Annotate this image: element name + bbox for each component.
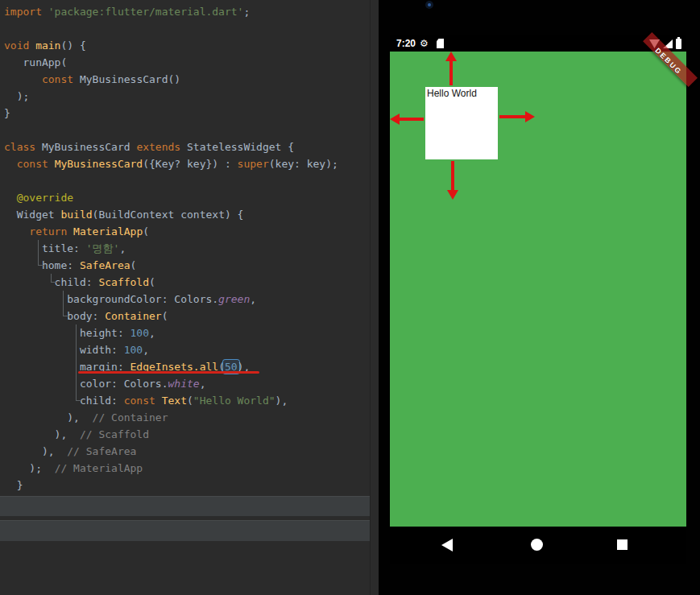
back-button[interactable]	[440, 533, 464, 557]
code-token: // SafeArea	[67, 445, 136, 457]
code-token: child:	[4, 395, 124, 407]
code-token: Widget	[4, 209, 60, 221]
code-line[interactable]: color: Colors.white,	[4, 375, 338, 392]
code-token: MyBusinessCard	[55, 158, 143, 170]
code-token: MyBusinessCard()	[73, 73, 180, 85]
code-line[interactable]: );	[4, 88, 338, 105]
home-button[interactable]	[525, 533, 549, 557]
code-line[interactable]: return MaterialApp(	[4, 223, 338, 240]
code-token: "Hello World"	[193, 395, 275, 407]
code-line[interactable]	[4, 122, 338, 138]
code-token: (	[187, 395, 193, 407]
flutter-ui-guide-materialapp	[38, 240, 43, 266]
code-token: ),	[4, 428, 80, 440]
code-line[interactable]: const MyBusinessCard({Key? key}) : super…	[4, 155, 338, 172]
emulator-pane: 7:20 ⚙ Hello World DEBUG	[379, 0, 700, 595]
code-token: const	[17, 158, 48, 170]
code-line[interactable]: title: '명함',	[4, 240, 338, 257]
code-token	[155, 395, 162, 407]
code-token: import	[4, 6, 48, 18]
code-token	[48, 158, 55, 170]
code-token: @override	[17, 192, 73, 204]
code-token: ,	[143, 344, 149, 356]
code-token: 100	[130, 327, 149, 339]
hello-world-text: Hello World	[425, 87, 498, 99]
code-token: ),	[4, 411, 93, 424]
code-token: width:	[4, 344, 124, 356]
code-token	[4, 192, 17, 204]
code-token: MyBusinessCard	[35, 141, 136, 153]
code-line[interactable]: ); // MaterialApp	[4, 460, 338, 477]
app-screen: Hello World	[390, 52, 686, 527]
code-token: ,	[149, 327, 155, 339]
code-line[interactable]: }	[4, 477, 338, 494]
code-line[interactable]: import 'package:flutter/material.dart';	[4, 3, 338, 20]
code-token: void	[4, 39, 35, 52]
code-token	[4, 73, 42, 85]
editor-pane: import 'package:flutter/material.dart'; …	[0, 0, 370, 595]
recents-button[interactable]	[611, 533, 635, 557]
code-token: ),	[4, 445, 67, 457]
code-token: body:	[4, 310, 105, 322]
code-token: (	[130, 259, 137, 271]
code-token: (BuildContext context) {	[93, 209, 244, 221]
code-line[interactable]: home: SafeArea(	[4, 257, 338, 274]
code-token: () {	[60, 39, 85, 52]
code-token: (	[143, 225, 149, 238]
code-line[interactable]	[4, 172, 338, 189]
code-token: class	[4, 141, 35, 153]
gear-icon: ⚙	[420, 37, 429, 50]
code-line[interactable]: const MyBusinessCard()	[4, 71, 338, 88]
code-token: main	[35, 39, 60, 52]
collapsed-panel-bar[interactable]	[0, 496, 370, 516]
code-token: ({Key? key}) :	[143, 158, 237, 170]
code-line[interactable]: }	[4, 105, 338, 122]
code-line[interactable]: width: 100,	[4, 341, 338, 358]
code-token: );	[4, 462, 55, 474]
code-token: title:	[4, 242, 86, 254]
status-bar: 7:20 ⚙	[390, 35, 686, 52]
recents-square-icon	[617, 539, 628, 550]
flutter-ui-guide-scaffold	[63, 291, 68, 316]
code-line[interactable]: body: Container(	[4, 308, 338, 324]
code-token: StatelessWidget {	[180, 141, 294, 153]
code-token: green	[218, 293, 250, 305]
code-token: ),	[275, 395, 288, 407]
home-circle-icon	[531, 539, 543, 551]
code-line[interactable]: ), // Scaffold	[4, 426, 338, 443]
code-line[interactable]: void main() {	[4, 37, 338, 54]
code-line[interactable]: ), // Container	[4, 409, 338, 426]
code-token: (key: key);	[269, 158, 338, 170]
code-line[interactable]: backgroundColor: Colors.green,	[4, 291, 338, 308]
code-line[interactable]: @override	[4, 189, 338, 206]
front-camera-icon	[425, 1, 433, 9]
collapsed-panel-bar[interactable]	[0, 520, 370, 541]
code-token	[4, 225, 29, 238]
code-token: ,	[119, 242, 126, 254]
code-line[interactable]: height: 100,	[4, 324, 338, 341]
code-token: const	[124, 395, 155, 407]
code-line[interactable]: runApp(	[4, 54, 338, 71]
code-line[interactable]: Widget build(BuildContext context) {	[4, 206, 338, 223]
code-line[interactable]: child: const Text("Hello World"),	[4, 392, 338, 409]
red-underline-annotation	[78, 371, 259, 374]
code-line[interactable]	[4, 20, 338, 37]
code-line[interactable]: ), // SafeArea	[4, 443, 338, 460]
code-token: '명함'	[86, 242, 120, 254]
code-token: (	[149, 276, 155, 288]
code-token: (	[162, 310, 168, 322]
back-triangle-icon	[441, 539, 453, 552]
code-token: SafeArea	[80, 259, 130, 271]
code-token: );	[4, 90, 29, 102]
code-token: }	[4, 107, 10, 119]
code-token: Scaffold	[98, 276, 149, 288]
flutter-ui-guide-container	[76, 324, 81, 401]
code-token: color: Colors.	[4, 378, 168, 390]
code-token	[4, 158, 17, 170]
battery-icon	[676, 39, 681, 49]
code-token: 'package:flutter/material.dart'	[48, 6, 244, 18]
flutter-ui-guide-safearea	[51, 274, 56, 283]
code-area[interactable]: import 'package:flutter/material.dart'; …	[4, 3, 338, 494]
container-widget: Hello World	[425, 87, 498, 159]
code-line[interactable]: class MyBusinessCard extends StatelessWi…	[4, 138, 338, 155]
